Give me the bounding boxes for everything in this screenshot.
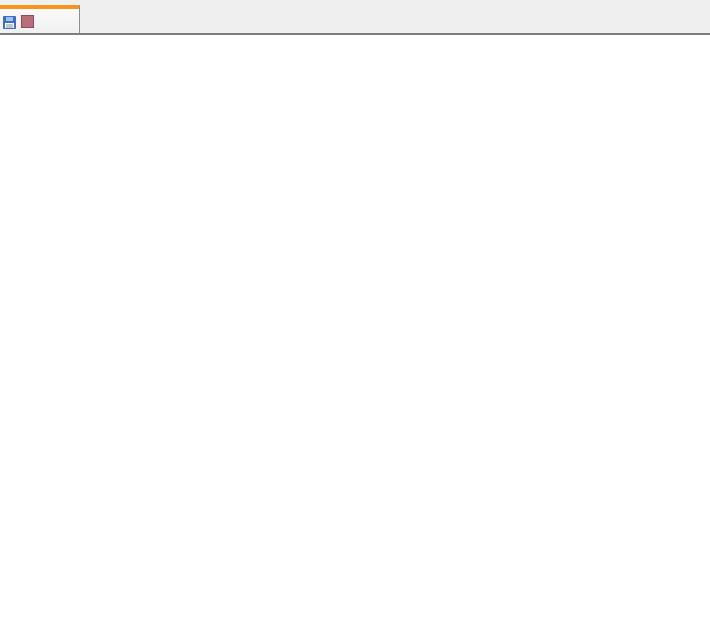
notepad-window	[0, 0, 710, 621]
tab-close-icon[interactable]	[21, 15, 34, 28]
tab-item-xml[interactable]	[0, 5, 80, 33]
editor[interactable]	[0, 35, 710, 621]
saved-file-icon	[3, 15, 16, 28]
toolbar	[0, 0, 710, 35]
